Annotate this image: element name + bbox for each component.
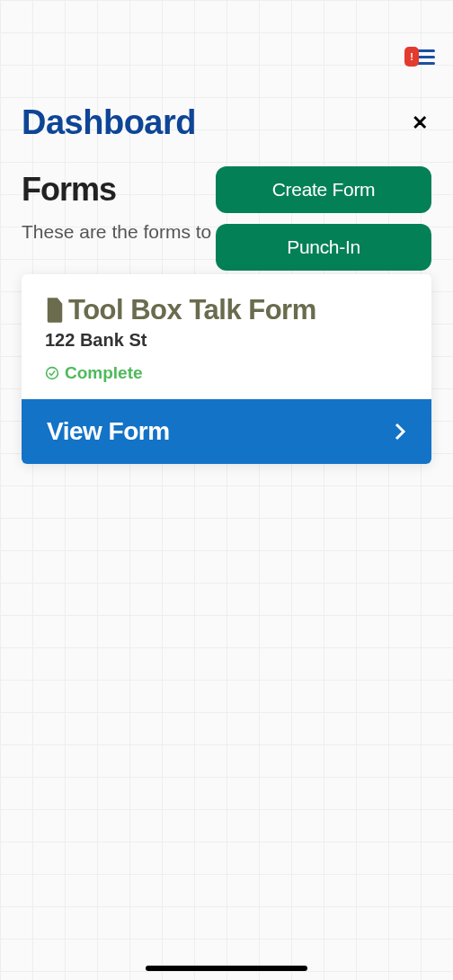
svg-point-0	[47, 368, 58, 379]
card-body: Tool Box Talk Form 122 Bank St Complete	[22, 274, 431, 399]
view-form-label: View Form	[47, 417, 170, 446]
card-title-row: Tool Box Talk Form	[45, 294, 408, 326]
status-row: Complete	[45, 363, 408, 383]
notification-badge[interactable]: !	[404, 47, 419, 67]
page-title: Dashboard	[22, 103, 196, 142]
chevron-right-icon	[394, 423, 406, 441]
home-indicator	[146, 966, 307, 971]
card-title: Tool Box Talk Form	[68, 294, 316, 326]
exclamation-icon: !	[410, 51, 413, 62]
punch-in-button[interactable]: Punch-In	[216, 224, 431, 271]
close-icon[interactable]: ✕	[408, 108, 431, 138]
action-buttons: Create Form Punch-In	[216, 166, 431, 271]
form-card: Tool Box Talk Form 122 Bank St Complete …	[22, 274, 431, 464]
top-bar: !	[404, 47, 435, 67]
file-icon	[45, 298, 65, 323]
card-address: 122 Bank St	[45, 330, 408, 351]
page-header: Dashboard ✕	[22, 103, 431, 142]
view-form-button[interactable]: View Form	[22, 399, 431, 464]
create-form-button[interactable]: Create Form	[216, 166, 431, 213]
status-text: Complete	[65, 363, 143, 383]
check-circle-icon	[45, 366, 59, 380]
